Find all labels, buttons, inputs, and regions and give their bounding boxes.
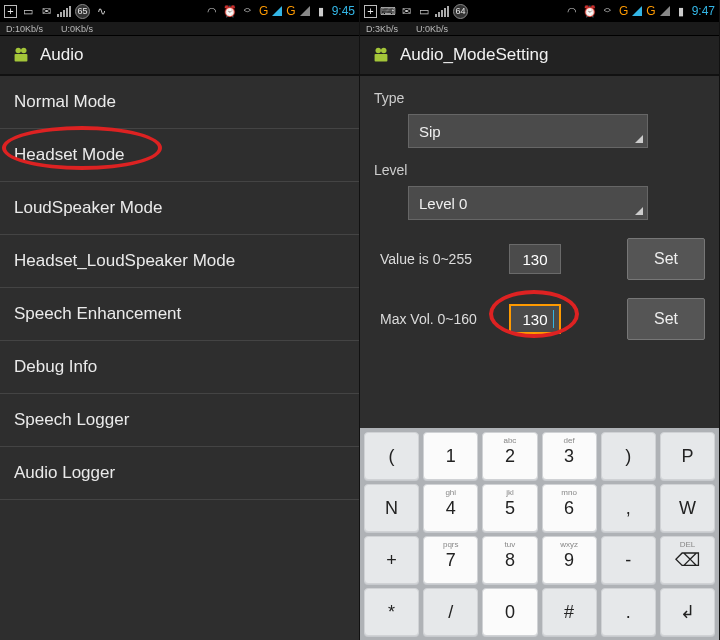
list-item-debug-info[interactable]: Debug Info	[0, 341, 359, 394]
svg-point-5	[381, 48, 387, 54]
svg-point-4	[376, 48, 382, 54]
signal-2-icon	[300, 6, 310, 16]
status-bar: + ▭ ✉ 65 ∿ ◠ ⏰ ⌔ G G ▮ 9:45	[0, 0, 359, 22]
net-speed-bar: D:10Kb/s U:0Kb/s	[0, 22, 359, 36]
key-close-paren[interactable]: )	[601, 432, 656, 480]
mail-icon: ✉	[399, 4, 413, 18]
picture-icon: ▭	[417, 4, 431, 18]
app-bar: Audio	[0, 36, 359, 76]
signal-1-icon	[632, 6, 642, 16]
network-g-icon: G	[619, 4, 628, 18]
mode-setting-form: Type Sip Level Level 0 Value is 0~255 13…	[360, 76, 719, 348]
network-g-icon-2: G	[286, 4, 295, 18]
value-input[interactable]: 130	[509, 244, 561, 274]
level-label: Level	[374, 162, 705, 178]
key-4[interactable]: ghi4	[423, 484, 478, 532]
network-g-icon: G	[259, 4, 268, 18]
key-open-paren[interactable]: (	[364, 432, 419, 480]
add-icon: +	[4, 5, 17, 18]
type-value: Sip	[419, 123, 441, 140]
key-slash[interactable]: /	[423, 588, 478, 636]
add-icon: +	[364, 5, 377, 18]
key-0[interactable]: 0	[482, 588, 537, 636]
app-title: Audio_ModeSetting	[400, 45, 548, 65]
key-8[interactable]: tuv8	[482, 536, 537, 584]
set-maxvol-button[interactable]: Set	[627, 298, 705, 340]
app-bar: Audio_ModeSetting	[360, 36, 719, 76]
phone-right: + ⌨ ✉ ▭ 64 ◠ ⏰ ⌔ G G ▮ 9:47 D:3Kb/s U:0K…	[360, 0, 720, 640]
list-item-audio-logger[interactable]: Audio Logger	[0, 447, 359, 500]
svg-rect-3	[375, 54, 388, 61]
value-row: Value is 0~255 130 Set	[374, 238, 705, 280]
audio-mode-list: Normal Mode Headset Mode LoudSpeaker Mod…	[0, 76, 359, 500]
key-plus[interactable]: +	[364, 536, 419, 584]
type-spinner[interactable]: Sip	[408, 114, 648, 148]
battery-icon: ▮	[314, 4, 328, 18]
key-enter[interactable]: ↲	[660, 588, 715, 636]
svg-point-1	[16, 48, 22, 54]
key-hash[interactable]: #	[542, 588, 597, 636]
android-app-icon	[370, 44, 392, 66]
value-label: Value is 0~255	[374, 251, 499, 267]
type-label: Type	[374, 90, 705, 106]
list-item-normal-mode[interactable]: Normal Mode	[0, 76, 359, 129]
keyboard-icon: ⌨	[381, 4, 395, 18]
key-star[interactable]: *	[364, 588, 419, 636]
signal-1-icon	[272, 6, 282, 16]
android-app-icon	[10, 44, 32, 66]
key-delete[interactable]: DEL⌫	[660, 536, 715, 584]
set-value-button[interactable]: Set	[627, 238, 705, 280]
signal-bars-icon	[435, 6, 449, 17]
signal-2-icon	[660, 6, 670, 16]
list-item-loudspeaker-mode[interactable]: LoudSpeaker Mode	[0, 182, 359, 235]
alarm-icon: ⏰	[223, 4, 237, 18]
clock: 9:45	[332, 4, 355, 18]
maxvol-input[interactable]: 130	[509, 304, 561, 334]
level-value: Level 0	[419, 195, 467, 212]
wifi-icon: ⌔	[601, 4, 615, 18]
level-spinner[interactable]: Level 0	[408, 186, 648, 220]
svg-point-2	[21, 48, 27, 54]
battery-badge: 64	[453, 4, 468, 19]
key-5[interactable]: jkl5	[482, 484, 537, 532]
clock: 9:47	[692, 4, 715, 18]
key-1[interactable]: 1	[423, 432, 478, 480]
list-item-headset-loudspeaker-mode[interactable]: Headset_LoudSpeaker Mode	[0, 235, 359, 288]
down-speed: D:3Kb/s	[366, 24, 398, 34]
maxvol-row: Max Vol. 0~160 130 Set	[374, 298, 705, 340]
net-speed-bar: D:3Kb/s U:0Kb/s	[360, 22, 719, 36]
headset-icon: ◠	[205, 4, 219, 18]
key-7[interactable]: pqrs7	[423, 536, 478, 584]
list-item-speech-enhancement[interactable]: Speech Enhancement	[0, 288, 359, 341]
mail-icon: ✉	[39, 4, 53, 18]
activity-icon: ∿	[94, 4, 108, 18]
picture-icon: ▭	[21, 4, 35, 18]
battery-badge: 65	[75, 4, 90, 19]
down-speed: D:10Kb/s	[6, 24, 43, 34]
list-item-speech-logger[interactable]: Speech Logger	[0, 394, 359, 447]
network-g-icon-2: G	[646, 4, 655, 18]
wifi-icon: ⌔	[241, 4, 255, 18]
key-n[interactable]: N	[364, 484, 419, 532]
svg-rect-0	[15, 54, 28, 61]
key-p[interactable]: P	[660, 432, 715, 480]
alarm-icon: ⏰	[583, 4, 597, 18]
key-9[interactable]: wxyz9	[542, 536, 597, 584]
key-w[interactable]: W	[660, 484, 715, 532]
maxvol-label: Max Vol. 0~160	[374, 311, 499, 327]
numeric-keyboard: ( 1 abc2 def3 ) P N ghi4 jkl5 mno6 , W +…	[360, 428, 719, 640]
signal-bars-icon	[57, 6, 71, 17]
key-minus[interactable]: -	[601, 536, 656, 584]
headset-icon: ◠	[565, 4, 579, 18]
list-item-headset-mode[interactable]: Headset Mode	[0, 129, 359, 182]
key-6[interactable]: mno6	[542, 484, 597, 532]
app-title: Audio	[40, 45, 83, 65]
key-3[interactable]: def3	[542, 432, 597, 480]
key-2[interactable]: abc2	[482, 432, 537, 480]
up-speed: U:0Kb/s	[416, 24, 448, 34]
status-bar: + ⌨ ✉ ▭ 64 ◠ ⏰ ⌔ G G ▮ 9:47	[360, 0, 719, 22]
key-dot[interactable]: .	[601, 588, 656, 636]
up-speed: U:0Kb/s	[61, 24, 93, 34]
battery-icon: ▮	[674, 4, 688, 18]
key-comma[interactable]: ,	[601, 484, 656, 532]
